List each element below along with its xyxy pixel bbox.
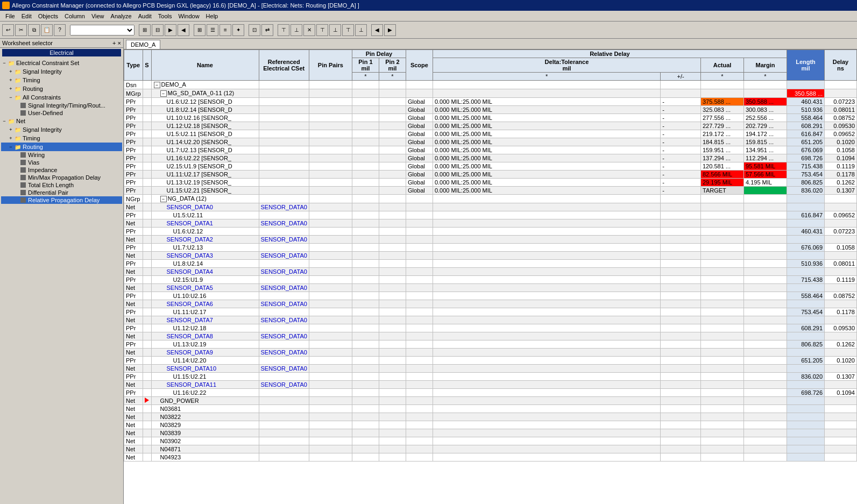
table-row[interactable]: PPrU1.11:U2.17753.4540.1178: [124, 308, 857, 316]
ws-selector-controls[interactable]: + ×: [112, 40, 121, 46]
table-row[interactable]: PPrU1.11:U2.17 [SENSOR_Global0.000 MIL:2…: [124, 171, 857, 179]
table-row[interactable]: NetGND_POWER: [124, 397, 857, 405]
tree-item-0[interactable]: −📁Electrical Constraint Set: [1, 59, 122, 67]
tree-expand-3[interactable]: +: [8, 86, 14, 92]
menu-item-window[interactable]: Window: [175, 12, 202, 20]
table-row[interactable]: PPrU1.7:U2.13676.0690.1058: [124, 244, 857, 252]
tree-expand-9[interactable]: +: [8, 135, 14, 141]
table-row[interactable]: NetSENSOR_DATA9SENSOR_DATA0: [124, 349, 857, 357]
tree-expand-4[interactable]: −: [8, 94, 14, 101]
menu-item-view[interactable]: View: [88, 12, 108, 20]
table-row[interactable]: NetN04871: [124, 445, 857, 453]
table-row[interactable]: NetSENSOR_DATA2SENSOR_DATA0: [124, 236, 857, 244]
tb-btn-1[interactable]: ↩: [2, 24, 14, 36]
tab-demo-a[interactable]: DEMO_A: [126, 40, 160, 49]
tree-item-3[interactable]: +📁Routing: [1, 84, 122, 93]
menu-item-analyze[interactable]: Analyze: [108, 12, 135, 20]
tree-item-16[interactable]: Differential Pair: [1, 189, 122, 196]
tree-item-4[interactable]: −📁All Constraints: [1, 93, 122, 102]
tb-btn-copy[interactable]: ⧉: [28, 24, 40, 36]
tb-btn-help[interactable]: ?: [54, 24, 66, 36]
tree-expand-0[interactable]: −: [1, 60, 8, 66]
tree-item-13[interactable]: Impedance: [1, 166, 122, 174]
table-row[interactable]: MGrp−MG_SD_DATA_0-11 (12)350.588 ...: [124, 89, 857, 98]
grid-container[interactable]: Type S Name ReferencedElectrical CSet Pi…: [124, 49, 857, 504]
table-row[interactable]: NetSENSOR_DATA6SENSOR_DATA0: [124, 300, 857, 308]
tb-btn-f6[interactable]: ⊥: [355, 24, 367, 36]
tb-btn-cut[interactable]: ✂: [15, 24, 27, 36]
table-row[interactable]: PPrU1.8:U2.14 [SENSOR_DGlobal0.000 MIL:2…: [124, 106, 857, 114]
table-row[interactable]: NetSENSOR_DATA10SENSOR_DATA0: [124, 365, 857, 373]
tb-btn-fwd[interactable]: ▶: [384, 24, 396, 36]
table-row[interactable]: NetSENSOR_DATA4SENSOR_DATA0: [124, 268, 857, 276]
expand-btn[interactable]: −: [160, 196, 167, 202]
table-row[interactable]: NetSENSOR_DATA7SENSOR_DATA0: [124, 316, 857, 324]
table-row[interactable]: PPrU1.15:U2.21836.0200.1307: [124, 373, 857, 381]
tree-item-15[interactable]: Total Etch Length: [1, 181, 122, 189]
tb-btn-nav1[interactable]: ⊞: [139, 24, 151, 36]
table-row[interactable]: NetSENSOR_DATA0SENSOR_DATA0: [124, 203, 857, 211]
tb-btn-f4[interactable]: ⊥: [329, 24, 341, 36]
ws-selector-title[interactable]: Electrical: [2, 49, 121, 56]
expand-btn[interactable]: −: [160, 90, 167, 97]
table-row[interactable]: NetN03902: [124, 437, 857, 445]
table-row[interactable]: PPrU2.15:U1.9 [SENSOR_DGlobal0.000 MIL:2…: [124, 162, 857, 171]
tb-btn-sun[interactable]: ✦: [232, 24, 244, 36]
tree-item-10[interactable]: −📁Routing: [1, 143, 122, 151]
tree-expand-1[interactable]: +: [8, 68, 14, 75]
tree-item-6[interactable]: User-Defined: [1, 109, 122, 117]
menu-item-audit[interactable]: Audit: [135, 12, 155, 20]
tree-item-17[interactable]: Relative Propagation Delay: [1, 196, 122, 204]
menu-item-tools[interactable]: Tools: [155, 12, 175, 20]
menu-item-column[interactable]: Column: [61, 12, 88, 20]
tb-btn-filter2[interactable]: ≡: [219, 24, 231, 36]
tb-btn-nav4[interactable]: ◀: [178, 24, 189, 36]
tb-btn-f2[interactable]: ⊥: [291, 24, 302, 36]
table-row[interactable]: NetSENSOR_DATA3SENSOR_DATA0: [124, 252, 857, 260]
table-row[interactable]: NetN03681: [124, 405, 857, 413]
table-row[interactable]: PPrU1.10:U2.16558.4640.08752: [124, 292, 857, 300]
table-row[interactable]: NetSENSOR_DATA8SENSOR_DATA0: [124, 332, 857, 340]
table-row[interactable]: PPrU1.13:U2.19 [SENSOR_Global0.000 MIL:2…: [124, 179, 857, 187]
tree-item-14[interactable]: Min/Max Propagation Delay: [1, 174, 122, 181]
tree-item-5[interactable]: Signal Integrity/Timing/Rout...: [1, 102, 122, 109]
tb-btn-back[interactable]: ◀: [371, 24, 383, 36]
menu-item-file[interactable]: File: [2, 12, 18, 20]
tb-btn-grid[interactable]: ⊞: [194, 24, 206, 36]
table-row[interactable]: PPrU1.16:U2.22698.7260.1094: [124, 389, 857, 397]
table-row[interactable]: PPrU1.5:U2.11 [SENSOR_DGlobal0.000 MIL:2…: [124, 130, 857, 138]
table-row[interactable]: NetSENSOR_DATA1SENSOR_DATA0: [124, 219, 857, 228]
table-row[interactable]: NetN03839: [124, 429, 857, 437]
table-row[interactable]: PPrU1.6:U2.12460.4310.07223: [124, 228, 857, 236]
tb-btn-f1[interactable]: ⊤: [278, 24, 289, 36]
table-row[interactable]: PPrU1.15:U2.21 [SENSOR_Global0.000 MIL:2…: [124, 187, 857, 195]
table-row[interactable]: PPrU1.7:U2.13 [SENSOR_DGlobal0.000 MIL:2…: [124, 146, 857, 154]
table-row[interactable]: PPrU1.6:U2.12 [SENSOR_DGlobal0.000 MIL:2…: [124, 98, 857, 106]
table-row[interactable]: Dsn−DEMO_A: [124, 81, 857, 89]
tree-item-11[interactable]: Wiring: [1, 151, 122, 159]
tree-expand-8[interactable]: +: [8, 126, 14, 133]
table-row[interactable]: PPrU1.10:U2.16 [SENSOR_Global0.000 MIL:2…: [124, 114, 857, 122]
tb-btn-fx[interactable]: ✕: [303, 24, 315, 36]
menu-item-help[interactable]: Help: [203, 12, 222, 20]
table-row[interactable]: PPrU1.14:U2.20 [SENSOR_Global0.000 MIL:2…: [124, 138, 857, 146]
menu-item-edit[interactable]: Edit: [18, 12, 35, 20]
table-row[interactable]: NGrp−NG_DATA (12): [124, 195, 857, 203]
tree-item-8[interactable]: +📁Signal Integrity: [1, 125, 122, 134]
tree-item-2[interactable]: +📁Timing: [1, 76, 122, 84]
menu-item-objects[interactable]: Objects: [35, 12, 61, 20]
table-row[interactable]: NetN04923: [124, 453, 857, 462]
table-row[interactable]: PPrU1.13:U2.19806.8250.1262: [124, 340, 857, 349]
table-row[interactable]: NetN03822: [124, 413, 857, 421]
tb-btn-nav2[interactable]: ⊟: [152, 24, 164, 36]
table-row[interactable]: PPrU1.5:U2.11616.8470.09652: [124, 211, 857, 219]
table-row[interactable]: PPrU1.14:U2.20651.2050.1020: [124, 357, 857, 365]
tb-btn-f3[interactable]: ⊤: [316, 24, 328, 36]
table-row[interactable]: PPrU1.8:U2.14510.9360.08011: [124, 260, 857, 268]
tree-expand-10[interactable]: −: [8, 144, 14, 150]
tb-btn-nav3[interactable]: ▶: [165, 24, 176, 36]
table-row[interactable]: PPrU1.16:U2.22 [SENSOR_Global0.000 MIL:2…: [124, 154, 857, 162]
tb-btn-f5[interactable]: ⊤: [342, 24, 354, 36]
toolbar-combo[interactable]: [70, 25, 134, 36]
tree-item-1[interactable]: +📁Signal Integrity: [1, 67, 122, 76]
